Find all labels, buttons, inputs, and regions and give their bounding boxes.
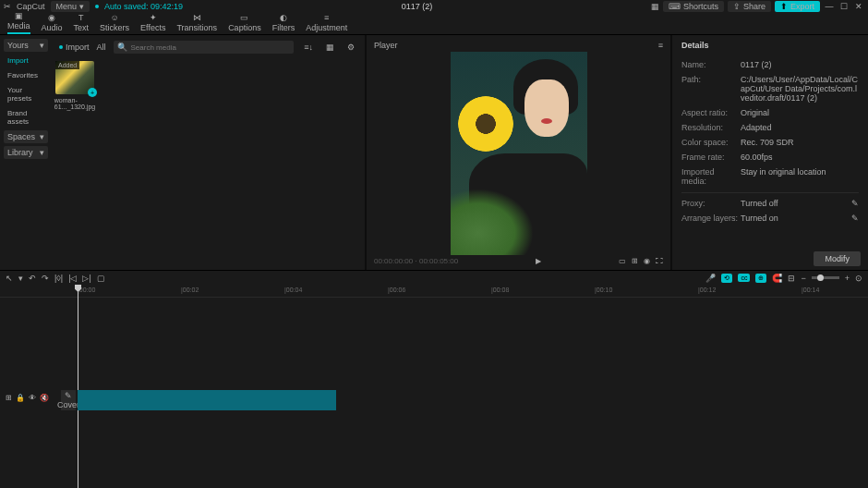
detail-row: Resolution:Adapted: [681, 120, 859, 135]
zoom-in-icon[interactable]: +: [845, 274, 850, 283]
tab-filters[interactable]: ◐Filters: [272, 11, 295, 34]
track-settings-icon[interactable]: ⊞: [6, 394, 12, 402]
player-title: Player: [374, 41, 398, 50]
nav-import[interactable]: Import: [4, 55, 48, 67]
player-menu-icon[interactable]: ≡: [658, 41, 663, 50]
sort-icon[interactable]: ≡↓: [301, 43, 316, 52]
mic-icon[interactable]: 🎤: [705, 274, 716, 283]
track-visible-icon[interactable]: 👁: [29, 394, 36, 402]
ruler-tick: |00:02: [181, 287, 199, 293]
detail-row: Proxy:Turned off✎: [681, 192, 859, 211]
timecode: 00:00:00:00 · 00:00:05:00: [374, 257, 458, 265]
detail-row: Path:C:/Users/User/AppData/Local/CapCut/…: [681, 72, 859, 105]
ruler-tick: |00:14: [802, 287, 819, 293]
nav-favorites[interactable]: Favorites: [4, 69, 48, 81]
tab-text[interactable]: TText: [74, 11, 90, 34]
ratio-icon[interactable]: ▭: [619, 257, 626, 265]
ruler-tick: |00:08: [491, 287, 509, 293]
edit-icon[interactable]: ✎: [851, 214, 859, 223]
tab-adjustment[interactable]: ≡Adjustment: [306, 11, 347, 34]
cover-button[interactable]: ✎Cover: [61, 390, 76, 410]
delete-icon[interactable]: ▢: [97, 274, 105, 283]
tab-captions[interactable]: ▭Captions: [228, 11, 261, 34]
zoom-slider[interactable]: [812, 276, 839, 279]
magnet-icon[interactable]: 🧲: [772, 274, 782, 283]
export-button[interactable]: ⬆ Export: [775, 1, 820, 12]
details-title: Details: [681, 41, 859, 50]
ruler-tick: |00:12: [698, 287, 716, 293]
filter-icon[interactable]: ⚙: [344, 43, 357, 52]
track-mute-icon[interactable]: 🔇: [40, 394, 49, 402]
search-input[interactable]: 🔍: [114, 41, 295, 54]
tab-effects[interactable]: ✦Effects: [140, 11, 165, 34]
edit-icon[interactable]: ✎: [851, 199, 859, 208]
close-button[interactable]: ✕: [853, 2, 864, 11]
detail-row: Color space:Rec. 709 SDR: [681, 135, 859, 150]
maximize-button[interactable]: ☐: [838, 2, 850, 11]
trim-left-icon[interactable]: |◁: [68, 274, 77, 283]
track-lock-icon[interactable]: 🔒: [16, 394, 25, 402]
select-mode-icon[interactable]: ▾: [18, 274, 23, 283]
layout-icon[interactable]: ▦: [651, 2, 659, 11]
chip-3[interactable]: ⊕: [755, 274, 766, 283]
zoom-out-icon[interactable]: −: [801, 274, 805, 283]
quality-icon[interactable]: ◉: [644, 257, 650, 265]
share-button[interactable]: ⇪ Share: [728, 1, 771, 12]
detail-row: Arrange layers:Turned on✎: [681, 211, 859, 226]
compare-icon[interactable]: ⊞: [632, 257, 638, 265]
nav-brand[interactable]: Brand assets: [4, 107, 48, 128]
undo-icon[interactable]: ↶: [29, 274, 36, 283]
library-dropdown[interactable]: Library▾: [4, 146, 48, 159]
tab-stickers[interactable]: ☺Stickers: [100, 11, 129, 34]
added-badge: Added: [55, 61, 79, 69]
tab-media[interactable]: ▣Media: [7, 9, 30, 34]
ruler-tick: |00:06: [388, 287, 405, 293]
split-icon[interactable]: |◊|: [54, 274, 63, 283]
media-thumbnail[interactable]: Added+ woman-61..._1320.jpg: [55, 61, 94, 110]
autosave-text: Auto saved: 09:42:19: [104, 2, 183, 11]
minimize-button[interactable]: —: [824, 2, 835, 11]
ruler-tick: |00:10: [595, 287, 612, 293]
trim-right-icon[interactable]: ▷|: [82, 274, 90, 283]
tab-transitions[interactable]: ⋈Transitions: [176, 11, 217, 34]
spaces-dropdown[interactable]: Spaces▾: [4, 130, 48, 143]
tab-audio[interactable]: ◉Audio: [42, 11, 63, 34]
player-preview[interactable]: [370, 52, 667, 255]
autosave-indicator: [95, 5, 99, 8]
grid-icon[interactable]: ▦: [323, 43, 337, 52]
yours-dropdown[interactable]: Yours▾: [4, 39, 48, 52]
detail-row: Name:0117 (2): [681, 57, 859, 72]
chip-1[interactable]: ⟲: [721, 274, 732, 283]
timeline-clip[interactable]: [78, 390, 336, 410]
import-button[interactable]: Import: [59, 43, 90, 52]
timeline-ruler[interactable]: |00:00|00:02|00:04|00:06|00:08|00:10|00:…: [0, 285, 868, 298]
shortcuts-button[interactable]: ⌨ Shortcuts: [663, 1, 724, 12]
ruler-tick: |00:04: [284, 287, 302, 293]
play-button[interactable]: ▶: [536, 257, 541, 265]
project-title: 0117 (2): [188, 2, 645, 11]
pointer-icon[interactable]: ↖: [6, 274, 13, 283]
chip-2[interactable]: cc: [738, 274, 750, 282]
fullscreen-icon[interactable]: ⛶: [656, 257, 663, 265]
add-badge[interactable]: +: [88, 88, 97, 97]
nav-presets[interactable]: Your presets: [4, 84, 48, 104]
fit-icon[interactable]: ⊙: [855, 274, 862, 283]
detail-row: Aspect ratio:Original: [681, 105, 859, 120]
link-icon[interactable]: ⊟: [788, 274, 795, 283]
top-tabs: ▣Media ◉Audio TText ☺Stickers ✦Effects ⋈…: [0, 13, 868, 35]
redo-icon[interactable]: ↷: [42, 274, 49, 283]
media-filename: woman-61..._1320.jpg: [54, 97, 95, 110]
all-filter[interactable]: All: [97, 43, 106, 52]
detail-row: Frame rate:60.00fps: [681, 150, 859, 165]
detail-row: Imported media:Stay in original location: [681, 165, 859, 189]
modify-button[interactable]: Modify: [814, 251, 861, 266]
